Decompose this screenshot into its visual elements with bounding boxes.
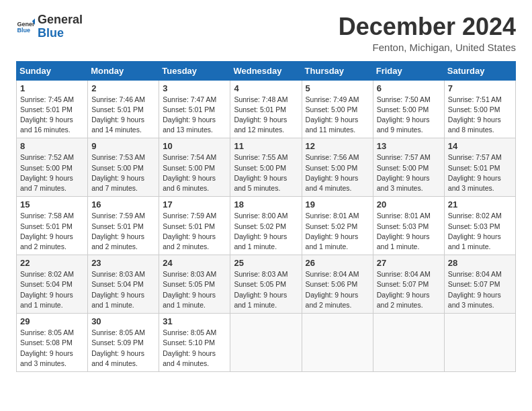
- day-number: 12: [306, 141, 369, 151]
- calendar-cell: 27Sunrise: 8:04 AMSunset: 5:07 PMDayligh…: [373, 255, 444, 314]
- day-info: Sunrise: 7:50 AMSunset: 5:00 PMDaylight:…: [377, 95, 441, 136]
- calendar-cell: 30Sunrise: 8:05 AMSunset: 5:09 PMDayligh…: [88, 314, 159, 372]
- title-block: December 2024 Fenton, Michigan, United S…: [339, 13, 516, 53]
- calendar-cell: [302, 314, 373, 372]
- calendar-cell: 10Sunrise: 7:54 AMSunset: 5:00 PMDayligh…: [159, 138, 230, 197]
- day-number: 26: [306, 258, 369, 268]
- day-info: Sunrise: 7:52 AMSunset: 5:00 PMDaylight:…: [20, 152, 84, 193]
- day-info: Sunrise: 8:05 AMSunset: 5:08 PMDaylight:…: [20, 328, 84, 369]
- day-number: 31: [163, 316, 226, 326]
- calendar-cell: 8Sunrise: 7:52 AMSunset: 5:00 PMDaylight…: [17, 138, 88, 197]
- weekday-saturday: Saturday: [444, 61, 515, 80]
- day-number: 14: [448, 141, 512, 151]
- calendar-cell: 17Sunrise: 7:59 AMSunset: 5:01 PMDayligh…: [159, 197, 230, 255]
- day-number: 16: [91, 199, 155, 210]
- day-number: 15: [20, 199, 84, 210]
- calendar-cell: 22Sunrise: 8:02 AMSunset: 5:04 PMDayligh…: [17, 255, 88, 314]
- day-number: 5: [306, 83, 369, 93]
- svg-text:General: General: [17, 20, 35, 27]
- day-number: 29: [20, 316, 84, 326]
- calendar-cell: 21Sunrise: 8:02 AMSunset: 5:03 PMDayligh…: [444, 197, 515, 255]
- day-info: Sunrise: 8:04 AMSunset: 5:06 PMDaylight:…: [306, 269, 369, 310]
- day-info: Sunrise: 7:57 AMSunset: 5:00 PMDaylight:…: [377, 152, 441, 193]
- calendar-cell: 14Sunrise: 7:57 AMSunset: 5:01 PMDayligh…: [444, 138, 515, 197]
- day-info: Sunrise: 8:05 AMSunset: 5:10 PMDaylight:…: [163, 328, 226, 369]
- calendar-cell: [230, 314, 302, 372]
- location: Fenton, Michigan, United States: [339, 42, 516, 53]
- calendar-cell: 29Sunrise: 8:05 AMSunset: 5:08 PMDayligh…: [17, 314, 88, 372]
- svg-text:Blue: Blue: [17, 27, 30, 34]
- calendar-cell: 3Sunrise: 7:47 AMSunset: 5:01 PMDaylight…: [159, 80, 230, 138]
- day-number: 30: [91, 316, 155, 326]
- month-title: December 2024: [339, 13, 516, 40]
- day-number: 7: [448, 83, 512, 93]
- week-row-1: 1Sunrise: 7:45 AMSunset: 5:01 PMDaylight…: [17, 80, 516, 138]
- day-number: 9: [91, 141, 155, 151]
- day-number: 20: [377, 199, 441, 210]
- day-number: 18: [234, 199, 298, 210]
- day-number: 28: [448, 258, 512, 268]
- calendar-cell: 7Sunrise: 7:51 AMSunset: 5:00 PMDaylight…: [444, 80, 515, 138]
- day-number: 22: [20, 258, 84, 268]
- day-info: Sunrise: 8:02 AMSunset: 5:03 PMDaylight:…: [448, 211, 512, 252]
- day-number: 10: [163, 141, 226, 151]
- weekday-header-row: SundayMondayTuesdayWednesdayThursdayFrid…: [17, 61, 516, 80]
- weekday-wednesday: Wednesday: [230, 61, 302, 80]
- logo: General Blue General Blue: [16, 13, 83, 40]
- weekday-tuesday: Tuesday: [159, 61, 230, 80]
- day-number: 23: [91, 258, 155, 268]
- week-row-3: 15Sunrise: 7:58 AMSunset: 5:01 PMDayligh…: [17, 197, 516, 255]
- day-number: 13: [377, 141, 441, 151]
- calendar-cell: 1Sunrise: 7:45 AMSunset: 5:01 PMDaylight…: [17, 80, 88, 138]
- calendar-cell: 9Sunrise: 7:53 AMSunset: 5:00 PMDaylight…: [88, 138, 159, 197]
- calendar-cell: 6Sunrise: 7:50 AMSunset: 5:00 PMDaylight…: [373, 80, 444, 138]
- day-number: 24: [163, 258, 226, 268]
- day-info: Sunrise: 8:00 AMSunset: 5:02 PMDaylight:…: [234, 211, 298, 252]
- day-info: Sunrise: 8:05 AMSunset: 5:09 PMDaylight:…: [91, 328, 155, 369]
- day-number: 21: [448, 199, 512, 210]
- day-number: 19: [306, 199, 369, 210]
- day-number: 11: [234, 141, 298, 151]
- calendar-cell: 20Sunrise: 8:01 AMSunset: 5:03 PMDayligh…: [373, 197, 444, 255]
- day-info: Sunrise: 7:56 AMSunset: 5:00 PMDaylight:…: [306, 152, 369, 193]
- page-header: General Blue General Blue December 2024 …: [16, 13, 516, 53]
- day-info: Sunrise: 7:51 AMSunset: 5:00 PMDaylight:…: [448, 95, 512, 136]
- day-info: Sunrise: 8:03 AMSunset: 5:05 PMDaylight:…: [234, 269, 298, 310]
- week-row-5: 29Sunrise: 8:05 AMSunset: 5:08 PMDayligh…: [17, 314, 516, 372]
- calendar-cell: 11Sunrise: 7:55 AMSunset: 5:00 PMDayligh…: [230, 138, 302, 197]
- day-info: Sunrise: 7:55 AMSunset: 5:00 PMDaylight:…: [234, 152, 298, 193]
- calendar-cell: 2Sunrise: 7:46 AMSunset: 5:01 PMDaylight…: [88, 80, 159, 138]
- day-info: Sunrise: 8:01 AMSunset: 5:02 PMDaylight:…: [306, 211, 369, 252]
- day-info: Sunrise: 8:03 AMSunset: 5:05 PMDaylight:…: [163, 269, 226, 310]
- day-number: 1: [20, 83, 84, 93]
- day-info: Sunrise: 7:49 AMSunset: 5:00 PMDaylight:…: [306, 95, 369, 136]
- calendar-cell: 4Sunrise: 7:48 AMSunset: 5:01 PMDaylight…: [230, 80, 302, 138]
- day-number: 17: [163, 199, 226, 210]
- day-number: 4: [234, 83, 298, 93]
- weekday-thursday: Thursday: [302, 61, 373, 80]
- logo-text: General Blue: [38, 13, 83, 40]
- week-row-4: 22Sunrise: 8:02 AMSunset: 5:04 PMDayligh…: [17, 255, 516, 314]
- day-info: Sunrise: 7:46 AMSunset: 5:01 PMDaylight:…: [91, 95, 155, 136]
- calendar-cell: 13Sunrise: 7:57 AMSunset: 5:00 PMDayligh…: [373, 138, 444, 197]
- calendar-table: SundayMondayTuesdayWednesdayThursdayFrid…: [16, 61, 516, 372]
- day-info: Sunrise: 7:47 AMSunset: 5:01 PMDaylight:…: [163, 95, 226, 136]
- day-number: 8: [20, 141, 84, 151]
- logo-icon: General Blue: [16, 17, 35, 36]
- day-info: Sunrise: 7:54 AMSunset: 5:00 PMDaylight:…: [163, 152, 226, 193]
- calendar-cell: [373, 314, 444, 372]
- day-info: Sunrise: 8:03 AMSunset: 5:04 PMDaylight:…: [91, 269, 155, 310]
- calendar-cell: [444, 314, 515, 372]
- day-info: Sunrise: 7:45 AMSunset: 5:01 PMDaylight:…: [20, 95, 84, 136]
- day-info: Sunrise: 8:04 AMSunset: 5:07 PMDaylight:…: [377, 269, 441, 310]
- calendar-cell: 31Sunrise: 8:05 AMSunset: 5:10 PMDayligh…: [159, 314, 230, 372]
- day-info: Sunrise: 8:04 AMSunset: 5:07 PMDaylight:…: [448, 269, 512, 310]
- calendar-cell: 23Sunrise: 8:03 AMSunset: 5:04 PMDayligh…: [88, 255, 159, 314]
- day-info: Sunrise: 7:59 AMSunset: 5:01 PMDaylight:…: [91, 211, 155, 252]
- day-info: Sunrise: 7:57 AMSunset: 5:01 PMDaylight:…: [448, 152, 512, 193]
- week-row-2: 8Sunrise: 7:52 AMSunset: 5:00 PMDaylight…: [17, 138, 516, 197]
- day-info: Sunrise: 7:59 AMSunset: 5:01 PMDaylight:…: [163, 211, 226, 252]
- calendar-cell: 25Sunrise: 8:03 AMSunset: 5:05 PMDayligh…: [230, 255, 302, 314]
- day-number: 6: [377, 83, 441, 93]
- weekday-sunday: Sunday: [17, 61, 88, 80]
